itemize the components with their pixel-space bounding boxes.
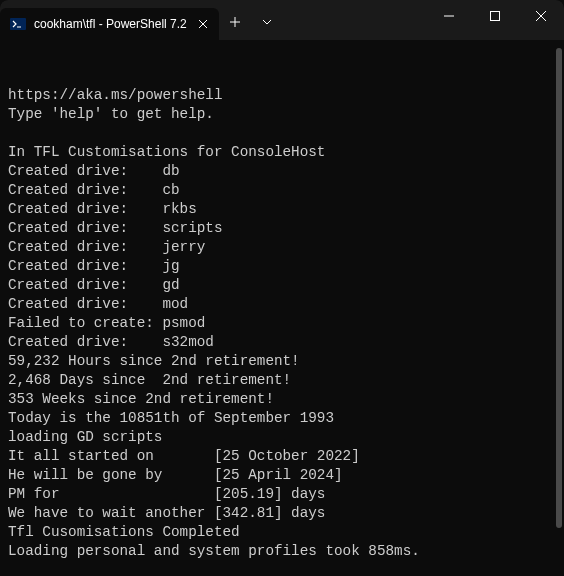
tab-title: cookham\tfl - PowerShell 7.2 [34, 17, 187, 31]
terminal-line: Created drive: cb [8, 181, 556, 200]
terminal-line: Loading personal and system profiles too… [8, 542, 556, 561]
titlebar: cookham\tfl - PowerShell 7.2 [0, 0, 564, 40]
powershell-icon [10, 16, 26, 32]
terminal-line: We have to wait another [342.81] days [8, 504, 556, 523]
close-window-button[interactable] [518, 0, 564, 32]
terminal-line: 2,468 Days since 2nd retirement! [8, 371, 556, 390]
terminal-line: Type 'help' to get help. [8, 105, 556, 124]
terminal-line: Failed to create: psmod [8, 314, 556, 333]
terminal-line: Created drive: scripts [8, 219, 556, 238]
svg-rect-0 [10, 18, 26, 30]
titlebar-controls [219, 0, 283, 40]
terminal-line: Created drive: jg [8, 257, 556, 276]
terminal-output[interactable]: https://aka.ms/powershellType 'help' to … [0, 40, 564, 576]
minimize-button[interactable] [426, 0, 472, 32]
terminal-line: Created drive: db [8, 162, 556, 181]
terminal-line: Created drive: gd [8, 276, 556, 295]
tab-dropdown-button[interactable] [251, 6, 283, 38]
terminal-line: Created drive: rkbs [8, 200, 556, 219]
terminal-line: PM for [205.19] days [8, 485, 556, 504]
terminal-line: Created drive: jerry [8, 238, 556, 257]
terminal-line: 353 Weeks since 2nd retirement! [8, 390, 556, 409]
terminal-line: He will be gone by [25 April 2024] [8, 466, 556, 485]
terminal-line: It all started on [25 October 2022] [8, 447, 556, 466]
terminal-line: Today is the 10851th of September 1993 [8, 409, 556, 428]
terminal-line: https://aka.ms/powershell [8, 86, 556, 105]
terminal-line: In TFL Customisations for ConsoleHost [8, 143, 556, 162]
terminal-line [8, 124, 556, 143]
scrollbar[interactable] [556, 48, 562, 528]
new-tab-button[interactable] [219, 6, 251, 38]
terminal-line: loading GD scripts [8, 428, 556, 447]
close-tab-button[interactable] [195, 16, 211, 32]
terminal-tab[interactable]: cookham\tfl - PowerShell 7.2 [0, 8, 219, 40]
maximize-button[interactable] [472, 0, 518, 32]
terminal-line: Tfl Cusomisations Completed [8, 523, 556, 542]
terminal-line: 59,232 Hours since 2nd retirement! [8, 352, 556, 371]
terminal-line: Created drive: mod [8, 295, 556, 314]
terminal-line: Created drive: s32mod [8, 333, 556, 352]
svg-rect-7 [491, 12, 500, 21]
window-controls [426, 0, 564, 40]
